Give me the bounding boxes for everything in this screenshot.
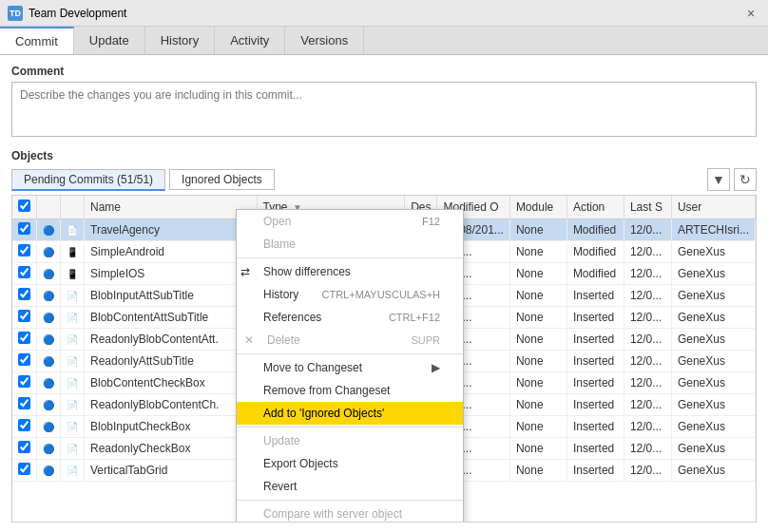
objects-toolbar: Pending Commits (51/51) Ignored Objects …	[11, 168, 757, 191]
refresh-button[interactable]: ↻	[734, 168, 757, 191]
ctx-update: Update	[237, 429, 463, 452]
comment-label: Comment	[11, 65, 757, 78]
ctx-remove-changeset[interactable]: Remove from Changeset	[237, 379, 463, 402]
close-button[interactable]: ×	[741, 4, 760, 23]
ctx-revert[interactable]: Revert	[237, 475, 463, 498]
ctx-delete: ✕ Delete SUPR	[237, 329, 463, 352]
ctx-sep-2	[237, 353, 463, 354]
tab-update[interactable]: Update	[74, 27, 145, 54]
ctx-export[interactable]: Export Objects	[237, 452, 463, 475]
window-title: Team Development	[29, 7, 741, 20]
col-icon1	[37, 196, 61, 219]
objects-section: Objects Pending Commits (51/51) Ignored …	[11, 149, 757, 522]
delete-icon: ✕	[244, 333, 254, 347]
ctx-showdiff[interactable]: ⇄ Show differences	[237, 260, 463, 283]
col-action: Action	[566, 196, 624, 219]
ctx-compare: Compare with server object	[237, 503, 463, 522]
col-lasts: Last S	[624, 196, 671, 219]
comment-input[interactable]	[11, 82, 757, 137]
ctx-history[interactable]: History CTRL+MAYUSCULAS+H	[237, 283, 463, 306]
tab-versions[interactable]: Versions	[285, 27, 364, 54]
col-user: User	[671, 196, 755, 219]
title-bar: TD Team Development ×	[0, 0, 768, 27]
col-module: Module	[509, 196, 566, 219]
diff-icon: ⇄	[240, 265, 250, 278]
tab-history[interactable]: History	[145, 27, 215, 54]
context-menu: Open F12 Blame ⇄ Show differences Histor…	[236, 209, 464, 522]
ctx-sep-3	[237, 427, 463, 428]
objects-label: Objects	[11, 149, 757, 162]
main-tabs: Commit Update History Activity Versions	[0, 27, 768, 55]
tab-activity[interactable]: Activity	[215, 27, 285, 54]
ctx-sep-1	[237, 257, 463, 258]
col-name[interactable]: Name	[85, 196, 258, 219]
comment-section: Comment	[11, 65, 757, 140]
tab-commit[interactable]: Commit	[0, 27, 74, 54]
ctx-move-changeset[interactable]: Move to Changeset ▶	[237, 356, 463, 379]
ctx-sep-4	[237, 500, 463, 501]
subtab-pending[interactable]: Pending Commits (51/51)	[11, 169, 165, 191]
ctx-add-ignored[interactable]: Add to 'Ignored Objects'	[237, 402, 463, 425]
ctx-references[interactable]: References CTRL+F12	[237, 306, 463, 329]
main-content: Comment Objects Pending Commits (51/51) …	[0, 55, 768, 532]
col-checkbox[interactable]	[12, 196, 37, 219]
ctx-open[interactable]: Open F12	[237, 210, 463, 233]
app-icon: TD	[8, 6, 23, 21]
ctx-blame: Blame	[237, 233, 463, 256]
filter-button[interactable]: ▼	[707, 168, 730, 191]
objects-table-container: Name Type ▼ Des Modified O Module Action…	[11, 195, 757, 522]
subtab-ignored[interactable]: Ignored Objects	[169, 169, 275, 190]
col-icon2	[61, 196, 85, 219]
toolbar-actions: ▼ ↻	[707, 168, 757, 191]
